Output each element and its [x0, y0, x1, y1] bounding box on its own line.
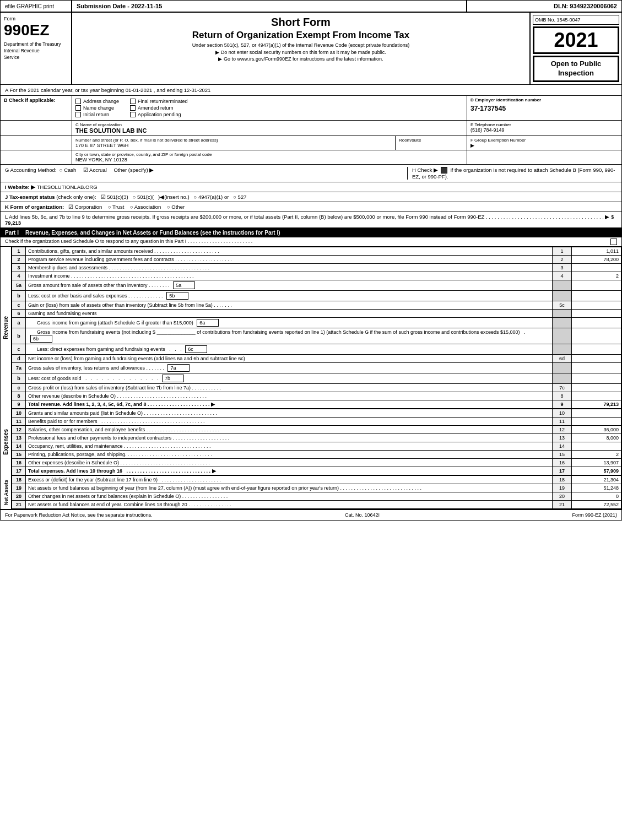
- line-desc: Occupancy, rent, utilities, and maintena…: [26, 442, 553, 451]
- line-desc: Other expenses (describe in Schedule O) …: [26, 459, 553, 467]
- table-row: 17 Total expenses. Add lines 10 through …: [12, 467, 621, 475]
- line-num: 4: [12, 272, 26, 280]
- phone-label: E Telephone number: [470, 122, 618, 127]
- group-exemption-value: ▶: [470, 143, 618, 148]
- open-to-public: Open to Public Inspection: [533, 56, 619, 82]
- table-row: 6 Gaming and fundraising events: [12, 310, 621, 318]
- line-box: 21: [553, 501, 572, 509]
- line-box: 17: [553, 467, 572, 475]
- part1-check-note: Check if the organization used Schedule …: [1, 237, 621, 247]
- line-num: b: [12, 291, 26, 301]
- line-box: [553, 363, 572, 373]
- line-num: b: [12, 328, 26, 344]
- form-title-block: Short Form Return of Organization Exempt…: [72, 13, 531, 84]
- line-num: d: [12, 355, 26, 363]
- line-desc: Gross amount from sale of assets other t…: [26, 280, 553, 291]
- line-val: 78,200: [572, 256, 621, 264]
- dept-label: Department of the TreasuryInternal Reven…: [4, 41, 68, 61]
- line-num: a: [12, 318, 26, 328]
- tax-exempt-row: J Tax-exempt status (check only one): ☑ …: [1, 192, 621, 202]
- line-box: 19: [553, 484, 572, 492]
- line-val: [572, 328, 621, 344]
- line-num: 10: [12, 409, 26, 418]
- line-num: 15: [12, 451, 26, 459]
- section-h: H Check ▶ if the organization is not req…: [408, 167, 617, 180]
- line-desc: Membership dues and assessments . . . . …: [26, 264, 553, 272]
- line-val: 2: [572, 272, 621, 280]
- initial-return-checkbox[interactable]: [75, 112, 81, 117]
- section-b-checks: Address change Name change Initial retur…: [72, 96, 467, 120]
- efile-label: efile GRAPHIC print: [1, 1, 72, 12]
- revenue-section: Revenue 1 Contributions, gifts, grants, …: [1, 247, 621, 409]
- address-change-checkbox[interactable]: [75, 99, 81, 104]
- table-row: 1 Contributions, gifts, grants, and simi…: [12, 247, 621, 256]
- line-desc: Professional fees and other payments to …: [26, 434, 553, 442]
- line-val: 72,552: [572, 501, 621, 509]
- line-val: [572, 264, 621, 272]
- line-box: 13: [553, 434, 572, 442]
- section-g: G Accounting Method: ○ Cash ☑ Accrual Ot…: [5, 167, 408, 180]
- section-g-label: G Accounting Method:: [5, 167, 56, 173]
- line-val: 0: [572, 492, 621, 501]
- table-row: 3 Membership dues and assessments . . . …: [12, 264, 621, 272]
- table-row: c Less: direct expenses from gaming and …: [12, 344, 621, 355]
- line-val: 79,213: [572, 400, 621, 409]
- ein-block: D Employer identification number 37-1737…: [467, 96, 621, 120]
- amended-return-checkbox[interactable]: [130, 105, 136, 111]
- final-return-checkbox[interactable]: [130, 99, 136, 104]
- group-exemption-number-block: [467, 150, 621, 164]
- table-row: 21 Net assets or fund balances at end of…: [12, 501, 621, 509]
- initial-return-label: Initial return: [83, 112, 109, 117]
- line-val: 21,304: [572, 476, 621, 484]
- table-row: 5a Gross amount from sale of assets othe…: [12, 280, 621, 291]
- table-row: b Less: cost or other basis and sales ex…: [12, 291, 621, 301]
- line-val: 13,907: [572, 459, 621, 467]
- line-num: 2: [12, 256, 26, 264]
- table-row: b Gross income from fundraising events (…: [12, 328, 621, 344]
- line-desc: Less: direct expenses from gaming and fu…: [26, 344, 553, 355]
- line-desc: Printing, publications, postage, and shi…: [26, 451, 553, 459]
- line-box: 15: [553, 451, 572, 459]
- footer: For Paperwork Reduction Act Notice, see …: [1, 509, 621, 520]
- line-box: 4: [553, 272, 572, 280]
- line-box: 18: [553, 476, 572, 484]
- line-num: 19: [12, 484, 26, 492]
- table-row: 16 Other expenses (describe in Schedule …: [12, 459, 621, 467]
- line-desc: Other revenue (describe in Schedule O) .…: [26, 392, 553, 400]
- city-block: City or town, state or province, country…: [72, 150, 467, 164]
- line-box: 16: [553, 459, 572, 467]
- line-val: 8,000: [572, 434, 621, 442]
- line-box: 8: [553, 392, 572, 400]
- name-change-checkbox[interactable]: [75, 105, 81, 111]
- line-desc: Less: cost or other basis and sales expe…: [26, 291, 553, 301]
- revenue-table: 1 Contributions, gifts, grants, and simi…: [12, 247, 621, 409]
- line-num: 11: [12, 418, 26, 426]
- form-right-block: OMB No. 1545-0047 2021 Open to Public In…: [531, 13, 621, 84]
- amended-return-label: Amended return: [138, 105, 174, 111]
- line-desc: Grants and similar amounts paid (list in…: [26, 409, 553, 418]
- line-desc: Excess or (deficit) for the year (Subtra…: [26, 476, 553, 484]
- line-num: 18: [12, 476, 26, 484]
- table-row: 8 Other revenue (describe in Schedule O)…: [12, 392, 621, 400]
- group-exemption-block: F Group Exemption Number ▶: [467, 136, 621, 150]
- application-pending-checkbox[interactable]: [130, 112, 136, 117]
- goto-note: ▶ Go to www.irs.gov/Form990EZ for instru…: [75, 56, 526, 62]
- line-val: [572, 363, 621, 373]
- line-box: [553, 291, 572, 301]
- line-num: 14: [12, 442, 26, 451]
- line-box: [553, 318, 572, 328]
- expenses-content: 10 Grants and similar amounts paid (list…: [12, 409, 621, 475]
- line-val: [572, 392, 621, 400]
- table-row: b Less: cost of goods sold . . . . . . .…: [12, 373, 621, 384]
- expenses-label: Expenses: [3, 429, 9, 455]
- table-row: 19 Net assets or fund balances at beginn…: [12, 484, 621, 492]
- dln: DLN: 93492320006062: [467, 1, 621, 12]
- line-val: 1,011: [572, 247, 621, 256]
- line-val: [572, 384, 621, 392]
- part1-header: Part I Revenue, Expenses, and Changes in…: [1, 228, 621, 237]
- address-label: Number and street (or P. O. box, if mail…: [75, 138, 392, 143]
- ein-label: D Employer identification number: [470, 97, 618, 102]
- tax-year: 2021: [537, 30, 615, 50]
- line-box: 14: [553, 442, 572, 451]
- expenses-table: 10 Grants and similar amounts paid (list…: [12, 409, 621, 475]
